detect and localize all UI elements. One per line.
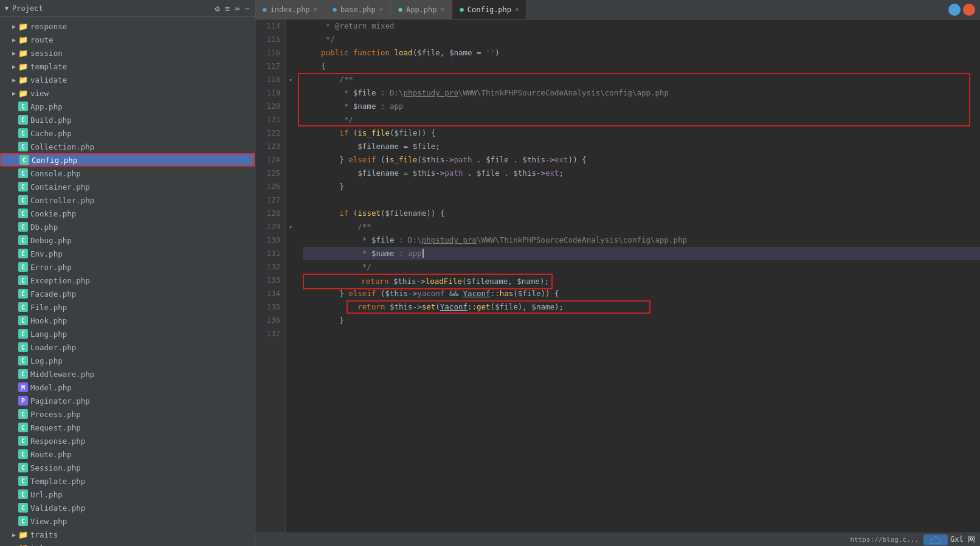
file-icon-error: C: [18, 262, 28, 272]
sidebar-item-traits[interactable]: ▶ 📁 traits: [0, 528, 255, 541]
sidebar-item-db-php[interactable]: C Db.php: [0, 220, 255, 233]
sidebar-item-build-php[interactable]: C Build.php: [0, 113, 255, 126]
code-line-128[interactable]: if (isset($filename)) {: [303, 207, 980, 220]
sidebar-item-error-php[interactable]: C Error.php: [0, 260, 255, 274]
tab-close-config[interactable]: ×: [515, 5, 519, 13]
sidebar-item-file-php[interactable]: C File.php: [0, 300, 255, 314]
file-icon-validate-php: C: [18, 503, 28, 513]
sidebar-item-hook-php[interactable]: C Hook.php: [0, 314, 255, 327]
watermark-icon: [923, 534, 948, 545]
sidebar-item-tpl[interactable]: ▶ 📁 tpl: [0, 541, 255, 546]
sidebar-item-cache-php[interactable]: C Cache.php: [0, 126, 255, 140]
code-content-127: [303, 193, 308, 207]
sidebar-item-exception-php[interactable]: C Exception.php: [0, 274, 255, 287]
sidebar-item-response-php[interactable]: C Response.php: [0, 434, 255, 448]
sidebar-item-session[interactable]: ▶ 📁 session: [0, 46, 255, 60]
sidebar-item-log-php[interactable]: C Log.php: [0, 354, 255, 367]
code-lines[interactable]: * @return mixed */ public function load(…: [298, 19, 980, 533]
code-line-137[interactable]: [303, 327, 980, 340]
sidebar-item-container-php[interactable]: C Container.php: [0, 180, 255, 193]
watermark-text: Gxl 网: [950, 534, 975, 545]
code-line-122[interactable]: if (is_file($file)) {: [303, 126, 980, 140]
sidebar-item-template[interactable]: ▶ 📁 template: [0, 60, 255, 73]
code-line-116[interactable]: public function load($file, $name = ''): [303, 46, 980, 60]
sidebar-item-request-php[interactable]: C Request.php: [0, 421, 255, 434]
sidebar-item-app-php[interactable]: C App.php: [0, 100, 255, 113]
code-line-120[interactable]: * $name : app: [303, 100, 980, 113]
code-line-114[interactable]: * @return mixed: [303, 19, 980, 33]
sidebar-item-model-php[interactable]: M Model.php: [0, 381, 255, 394]
sidebar-item-route-php[interactable]: C Route.php: [0, 448, 255, 461]
file-tree: ▶ 📁 response ▶ 📁 route ▶ 📁 session ▶ 📁 t…: [0, 17, 255, 546]
sidebar-label-log-php: Log.php: [30, 356, 63, 365]
tab-config-php[interactable]: ● Config.php ×: [452, 0, 527, 19]
code-line-133[interactable]: return $this->loadFile($filename, $name)…: [303, 274, 980, 287]
fold-129[interactable]: ▾: [286, 220, 295, 233]
sidebar-item-validate[interactable]: ▶ 📁 validate: [0, 73, 255, 86]
sidebar-item-cookie-php[interactable]: C Cookie.php: [0, 207, 255, 220]
sidebar-item-response[interactable]: ▶ 📁 response: [0, 19, 255, 33]
code-line-132[interactable]: */: [303, 260, 980, 274]
code-line-119[interactable]: * $file : D:\phpstudy_pro\WWW\ThinkPHPSo…: [303, 86, 980, 100]
tab-close-index[interactable]: ×: [314, 5, 318, 13]
code-line-117[interactable]: {: [303, 60, 980, 73]
sidebar-item-loader-php[interactable]: C Loader.php: [0, 340, 255, 354]
sidebar-item-middleware-php[interactable]: C Middleware.php: [0, 367, 255, 381]
code-content-126: }: [303, 180, 344, 193]
tab-close-base[interactable]: ×: [379, 5, 384, 13]
code-line-136[interactable]: }: [303, 314, 980, 327]
code-line-115[interactable]: */: [303, 33, 980, 46]
sidebar-item-console-php[interactable]: C Console.php: [0, 167, 255, 180]
tab-base-php[interactable]: ● base.php ×: [325, 0, 391, 19]
sidebar-item-config-php[interactable]: C Config.php: [0, 153, 255, 167]
sidebar-item-controller-php[interactable]: C Controller.php: [0, 193, 255, 207]
sidebar-item-template-php[interactable]: C Template.php: [0, 474, 255, 488]
sidebar-item-view-php[interactable]: C View.php: [0, 514, 255, 528]
sidebar: ▼ Project ⚙ ≡ ≈ − ▶ 📁 response ▶ 📁 route…: [0, 0, 255, 546]
sidebar-item-validate-php[interactable]: C Validate.php: [0, 501, 255, 514]
fold-118[interactable]: ▾: [286, 73, 295, 86]
sidebar-item-session-php[interactable]: C Session.php: [0, 461, 255, 474]
folder-arrow-session: ▶: [10, 50, 18, 57]
code-line-124[interactable]: } elseif (is_file($this->path . $file . …: [303, 153, 980, 167]
file-icon-template-php: C: [18, 476, 28, 486]
sidebar-item-process-php[interactable]: C Process.php: [0, 407, 255, 421]
code-line-118[interactable]: /**: [303, 73, 980, 86]
code-content-129: /**: [303, 220, 371, 233]
sidebar-item-lang-php[interactable]: C Lang.php: [0, 327, 255, 340]
code-line-121[interactable]: */: [303, 113, 980, 126]
code-content-114: * @return mixed: [303, 19, 395, 33]
settings-icon2[interactable]: ≈: [235, 4, 240, 13]
fold-137: [286, 327, 295, 340]
sidebar-item-route[interactable]: ▶ 📁 route: [0, 33, 255, 46]
sidebar-item-env-php[interactable]: C Env.php: [0, 247, 255, 260]
sidebar-item-collection-php[interactable]: C Collection.php: [0, 140, 255, 153]
code-line-127[interactable]: [303, 193, 980, 207]
code-line-129[interactable]: /**: [303, 220, 980, 233]
tab-app-php[interactable]: ● App.php ×: [391, 0, 452, 19]
minimize-icon[interactable]: −: [245, 4, 250, 13]
sidebar-item-url-php[interactable]: C Url.php: [0, 488, 255, 501]
sidebar-item-view[interactable]: ▶ 📁 view: [0, 86, 255, 100]
sidebar-item-debug-php[interactable]: C Debug.php: [0, 233, 255, 247]
sidebar-item-paginator-php[interactable]: P Paginator.php: [0, 394, 255, 407]
code-content-120: * $name : app: [303, 100, 404, 113]
code-line-135[interactable]: return $this->set(Yaconf::get($file), $n…: [303, 300, 980, 314]
tab-index-php[interactable]: ● index.php ×: [255, 0, 325, 19]
code-line-130[interactable]: * $file : D:\phpstudy_pro\WWW\ThinkPHPSo…: [303, 233, 980, 247]
sidebar-item-facade-php[interactable]: C Facade.php: [0, 287, 255, 300]
code-line-131[interactable]: * $name : app: [303, 247, 980, 260]
code-container[interactable]: 114 115 116 117 118 119 120 121 122 123 …: [255, 19, 980, 533]
sidebar-label-session: session: [30, 49, 63, 58]
split-icon[interactable]: ≡: [225, 4, 230, 13]
code-line-123[interactable]: $filename = $file;: [303, 140, 980, 153]
folder-icon-validate: 📁: [18, 75, 28, 85]
code-line-134[interactable]: } elseif ($this->yaconf && Yaconf::has($…: [303, 287, 980, 300]
tab-close-app[interactable]: ×: [441, 5, 445, 13]
code-line-126[interactable]: }: [303, 180, 980, 193]
gear-icon[interactable]: ⚙: [215, 4, 219, 13]
file-icon-paginator: P: [18, 396, 28, 406]
file-icon-facade: C: [18, 289, 28, 299]
sidebar-label-console-php: Console.php: [30, 169, 81, 178]
code-line-125[interactable]: $filename = $this->path . $file . $this-…: [303, 167, 980, 180]
